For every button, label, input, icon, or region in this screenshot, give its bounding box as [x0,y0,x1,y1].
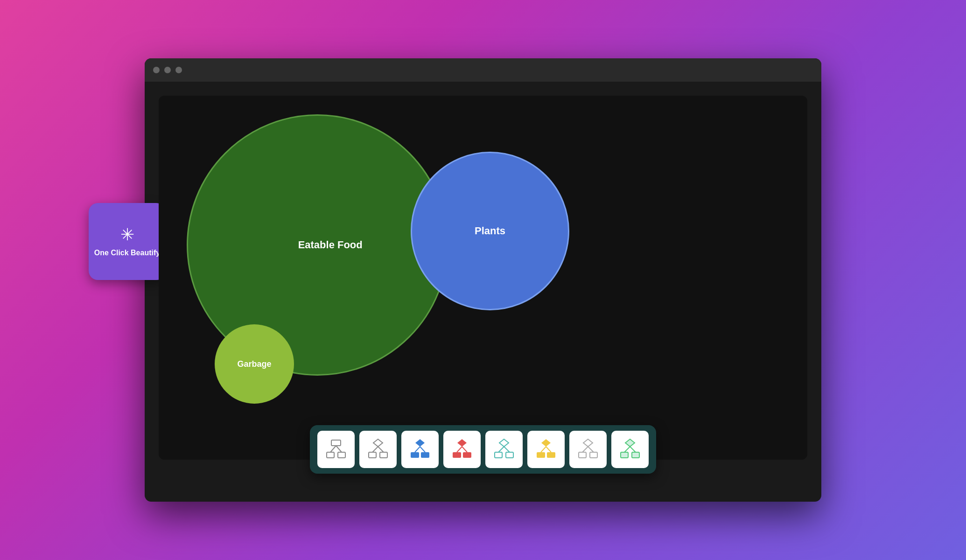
svg-marker-20 [499,439,509,447]
svg-marker-5 [373,439,383,447]
svg-rect-26 [537,452,545,458]
svg-line-14 [420,447,425,452]
plants-circle: Plants [411,152,569,310]
layout-btn-7[interactable] [569,431,607,468]
venn-container: Eatable Food Garbage Plants [187,114,569,413]
svg-line-29 [546,447,551,452]
svg-rect-37 [632,452,639,458]
svg-rect-31 [579,452,586,458]
svg-marker-10 [415,439,425,447]
layout-btn-5[interactable] [485,431,523,468]
eatable-food-label: Eatable Food [298,239,363,251]
layout-btn-3[interactable] [401,431,439,468]
svg-rect-36 [621,452,628,458]
svg-line-24 [504,447,510,452]
svg-line-38 [624,447,630,452]
svg-marker-15 [457,439,467,447]
svg-line-18 [457,447,462,452]
svg-rect-12 [421,452,429,458]
svg-line-39 [630,447,636,452]
svg-rect-0 [331,440,341,446]
svg-line-34 [588,447,594,452]
svg-marker-25 [541,439,551,447]
svg-rect-16 [453,452,461,458]
svg-line-33 [582,447,588,452]
window-content: ✳ One Click Beautify Eatable Food Garbag… [145,82,821,502]
svg-rect-32 [590,452,597,458]
svg-line-9 [378,447,384,452]
layout-btn-1[interactable] [317,431,355,468]
svg-line-3 [330,446,336,452]
svg-rect-27 [547,452,555,458]
svg-line-28 [541,447,546,452]
svg-marker-30 [583,439,593,447]
plugin-badge[interactable]: ✳ One Click Beautify [89,203,166,280]
close-button[interactable] [153,67,160,73]
svg-rect-1 [327,452,334,458]
svg-rect-7 [380,452,387,458]
layout-btn-6[interactable] [527,431,565,468]
svg-rect-17 [463,452,471,458]
garbage-circle: Garbage [215,324,294,404]
maximize-button[interactable] [175,67,182,73]
layout-toolbar [310,425,656,474]
svg-line-8 [372,447,378,452]
app-window: ✳ One Click Beautify Eatable Food Garbag… [145,58,821,502]
svg-rect-2 [338,452,345,458]
layout-btn-2[interactable] [359,431,397,468]
svg-line-19 [462,447,467,452]
svg-marker-35 [625,439,635,447]
svg-rect-22 [506,452,513,458]
layout-btn-4[interactable] [443,431,481,468]
svg-line-23 [498,447,504,452]
layout-btn-8[interactable] [611,431,649,468]
diagram-area: Eatable Food Garbage Plants [159,96,807,460]
plants-label: Plants [475,225,505,237]
svg-line-13 [415,447,420,452]
plugin-label: One Click Beautify [94,248,160,258]
svg-line-4 [336,446,342,452]
svg-rect-11 [411,452,419,458]
svg-rect-6 [369,452,376,458]
titlebar [145,58,821,82]
svg-rect-21 [495,452,502,458]
minimize-button[interactable] [164,67,171,73]
sparkle-icon: ✳ [120,225,134,245]
garbage-label: Garbage [237,359,271,369]
